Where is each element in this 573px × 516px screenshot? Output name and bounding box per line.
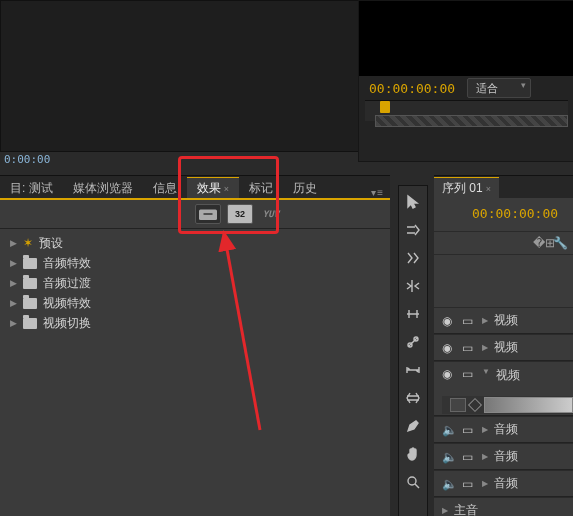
effects-filter-bar: 32 YUV <box>0 198 390 229</box>
video-track-2[interactable]: ◉ ▭ ▶ 视频 <box>434 334 573 361</box>
tree-label: 音频特效 <box>43 255 91 272</box>
audio-track-3[interactable]: 🔈 ▭ ▶ 音频 <box>434 470 573 497</box>
zoom-fit-dropdown[interactable]: 适合 <box>467 78 531 98</box>
video-track-1[interactable]: ◉ ▭ ▼ 视频 <box>434 361 573 416</box>
tab-info[interactable]: 信息 <box>143 177 187 198</box>
panel-menu-icon[interactable]: ▾≡ <box>365 187 390 198</box>
sequence-tab[interactable]: 序列 01× <box>434 177 499 198</box>
master-audio-track[interactable]: ▶ 主音 <box>434 497 573 516</box>
track-label: 主音 <box>454 502 478 516</box>
selection-tool-icon[interactable] <box>403 192 423 212</box>
pen-tool-icon[interactable] <box>403 416 423 436</box>
speaker-icon[interactable]: 🔈 <box>442 450 456 464</box>
monitor-time-ruler[interactable] <box>365 100 568 121</box>
track-label: 音频 <box>494 475 518 492</box>
tab-markers[interactable]: 标记 <box>239 177 283 198</box>
ripple-edit-tool-icon[interactable] <box>403 248 423 268</box>
twirl-icon: ▶ <box>10 238 17 248</box>
eye-icon[interactable]: ◉ <box>442 367 456 381</box>
twirl-icon[interactable]: ▶ <box>482 425 488 434</box>
track-label: 音频 <box>494 448 518 465</box>
wrench-icon[interactable]: 🔧 <box>553 236 567 250</box>
track-controls-row <box>442 396 573 414</box>
film-icon: ▭ <box>462 423 476 437</box>
speaker-icon[interactable]: 🔈 <box>442 423 456 437</box>
tree-label: 视频特效 <box>43 295 91 312</box>
twirl-icon: ▶ <box>10 278 17 288</box>
sequence-tab-label: 序列 01 <box>442 181 483 195</box>
close-icon[interactable]: × <box>224 184 229 194</box>
film-icon: ▭ <box>462 341 476 355</box>
hand-tool-icon[interactable] <box>403 444 423 464</box>
close-icon[interactable]: × <box>486 184 491 194</box>
video-track-3[interactable]: ◉ ▭ ▶ 视频 <box>434 307 573 334</box>
track-headers: ◉ ▭ ▶ 视频 ◉ ▭ ▶ 视频 ◉ ▭ ▼ 视频 🔈 ▭ ▶ 音频 <box>434 307 573 516</box>
razor-tool-icon[interactable] <box>403 332 423 352</box>
effects-tree: ▶✶预设 ▶音频特效 ▶音频过渡 ▶视频特效 ▶视频切换 <box>0 229 390 337</box>
set-display-style-icon[interactable] <box>450 398 466 412</box>
svg-point-1 <box>408 477 416 485</box>
tab-history[interactable]: 历史 <box>283 177 327 198</box>
tree-item-video-trans[interactable]: ▶视频切换 <box>0 313 390 333</box>
tab-effects-label: 效果 <box>197 181 221 195</box>
tab-project[interactable]: 目: 测试 <box>0 177 63 198</box>
tree-label: 视频切换 <box>43 315 91 332</box>
sequence-options: �⊞ 🔧 <box>434 231 573 255</box>
slip-tool-icon[interactable] <box>403 360 423 380</box>
track-label: 视频 <box>494 339 518 356</box>
folder-icon <box>23 298 37 309</box>
twirl-icon[interactable]: ▶ <box>482 343 488 352</box>
source-timecode: 0:00:00 <box>4 153 50 166</box>
tree-label: 音频过渡 <box>43 275 91 292</box>
film-icon: ▭ <box>462 314 476 328</box>
twirl-icon[interactable]: ▼ <box>482 367 490 376</box>
twirl-icon: ▶ <box>10 258 17 268</box>
sequence-timecode[interactable]: 00:00:00:00 <box>472 206 573 221</box>
zoom-tool-icon[interactable] <box>403 472 423 492</box>
source-monitor-area: 0:00:00 <box>0 0 360 152</box>
film-icon: ▭ <box>462 450 476 464</box>
program-monitor: 00:00:00:00 适合 <box>358 0 573 162</box>
folder-icon <box>23 318 37 329</box>
twirl-icon[interactable]: ▶ <box>482 452 488 461</box>
twirl-icon[interactable]: ▶ <box>442 506 448 515</box>
twirl-icon: ▶ <box>10 298 17 308</box>
tree-item-audio-trans[interactable]: ▶音频过渡 <box>0 273 390 293</box>
twirl-icon[interactable]: ▶ <box>482 479 488 488</box>
sequence-tabstrip: 序列 01× <box>434 176 573 198</box>
audio-track-2[interactable]: 🔈 ▭ ▶ 音频 <box>434 443 573 470</box>
eye-icon[interactable]: ◉ <box>442 341 456 355</box>
presets-star-icon: ✶ <box>23 236 33 250</box>
monitor-viewport <box>359 1 573 76</box>
opacity-handle[interactable] <box>484 397 573 413</box>
tools-panel <box>398 185 428 516</box>
slide-tool-icon[interactable] <box>403 388 423 408</box>
tab-media-browser[interactable]: 媒体浏览器 <box>63 177 143 198</box>
snap-icon[interactable]: �⊞ <box>533 236 547 250</box>
rate-stretch-tool-icon[interactable] <box>403 304 423 324</box>
track-select-tool-icon[interactable] <box>403 220 423 240</box>
rolling-edit-tool-icon[interactable] <box>403 276 423 296</box>
accelerated-fx-filter-button[interactable] <box>195 204 221 224</box>
twirl-icon[interactable]: ▶ <box>482 316 488 325</box>
32bit-filter-button[interactable]: 32 <box>227 204 253 224</box>
tree-item-audio-fx[interactable]: ▶音频特效 <box>0 253 390 273</box>
audio-track-1[interactable]: 🔈 ▭ ▶ 音频 <box>434 416 573 443</box>
sequence-panel: 序列 01× 00:00:00:00 �⊞ 🔧 ◉ ▭ ▶ 视频 ◉ ▭ ▶ 视… <box>434 175 573 516</box>
track-label: 视频 <box>496 367 520 384</box>
yuv-filter-button[interactable]: YUV <box>259 205 283 223</box>
tree-label: 预设 <box>39 235 63 252</box>
panel-tabstrip: 目: 测试 媒体浏览器 信息 效果× 标记 历史 ▾≡ <box>0 176 390 198</box>
eye-icon[interactable]: ◉ <box>442 314 456 328</box>
tree-item-video-fx[interactable]: ▶视频特效 <box>0 293 390 313</box>
tab-effects[interactable]: 效果× <box>187 177 239 198</box>
folder-icon <box>23 278 37 289</box>
keyframe-icon[interactable] <box>468 397 482 411</box>
program-timecode[interactable]: 00:00:00:00 <box>369 81 455 96</box>
film-icon: ▭ <box>462 477 476 491</box>
twirl-icon: ▶ <box>10 318 17 328</box>
track-label: 视频 <box>494 312 518 329</box>
speaker-icon[interactable]: 🔈 <box>442 477 456 491</box>
effects-panel: 目: 测试 媒体浏览器 信息 效果× 标记 历史 ▾≡ 32 YUV ▶✶预设 … <box>0 175 390 516</box>
tree-item-presets[interactable]: ▶✶预设 <box>0 233 390 253</box>
